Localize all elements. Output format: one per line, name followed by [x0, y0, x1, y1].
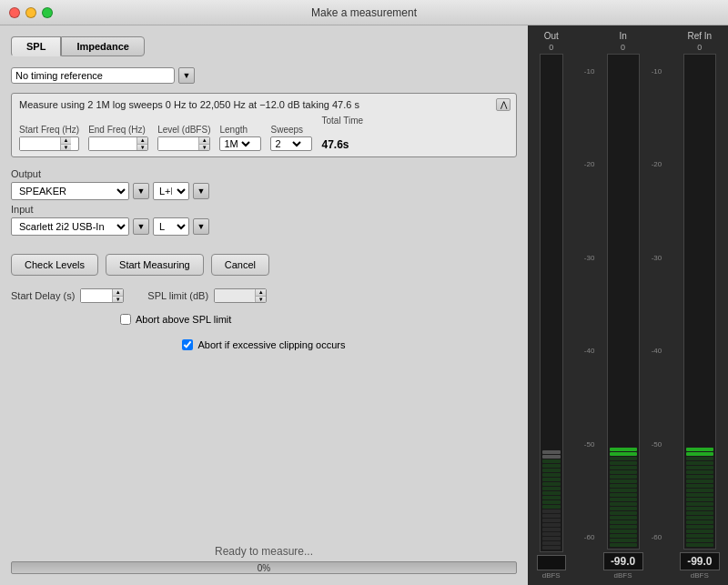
maximize-button[interactable]	[42, 7, 53, 18]
abort-spl-checkbox[interactable]	[120, 314, 131, 325]
ref-in-meter-unit: dBFS	[680, 571, 720, 580]
abort-spl-row: Abort above SPL limit	[120, 314, 517, 325]
in-meter-segments	[608, 55, 639, 549]
abort-clipping-checkbox[interactable]	[182, 339, 193, 350]
end-freq-field[interactable]: 22,050	[89, 137, 136, 150]
status-text: Ready to measure...	[11, 545, 517, 558]
close-button[interactable]	[9, 7, 20, 18]
window-controls	[9, 7, 53, 18]
abort-clipping-row: Abort if excessive clipping occurs	[11, 339, 517, 350]
scale-minus30: -30	[574, 254, 594, 262]
input-row: Scarlett 2i2 USB-In ▼ L ▼	[11, 217, 517, 236]
output-row: SPEAKER ▼ L+R ▼	[11, 182, 517, 200]
start-freq-field[interactable]: 0	[20, 137, 60, 150]
length-dropdown[interactable]: 1M 256K 512K 2M	[219, 136, 261, 151]
end-freq-down[interactable]: ▼	[137, 145, 147, 151]
out-meter: Out 0	[531, 31, 571, 580]
input-channel-select[interactable]: L	[153, 217, 189, 236]
start-freq-up[interactable]: ▲	[61, 137, 71, 145]
sweeps-label: Sweeps	[270, 125, 312, 135]
ref-in-meter-bar	[683, 54, 716, 550]
spl-limit-down[interactable]: ▼	[256, 297, 266, 303]
progress-label: 0%	[258, 563, 270, 573]
right-panel: Out 0	[528, 25, 728, 585]
spl-limit-up[interactable]: ▲	[256, 289, 266, 297]
ref-in-meter-segments	[684, 55, 715, 549]
rscale-minus50: -50	[652, 440, 672, 449]
sweeps-group: Sweeps 2 1 4	[270, 125, 312, 151]
total-time-group: Total Time 47.6s	[321, 116, 363, 151]
scale-minus60: -60	[574, 533, 594, 541]
input-device-arrow[interactable]: ▼	[133, 218, 149, 235]
length-group: Length 1M 256K 512K 2M	[219, 125, 261, 151]
in-meter-header: In	[619, 31, 626, 41]
total-time-value: 47.6s	[321, 127, 363, 151]
rscale-minus60: -60	[652, 533, 672, 541]
output-channel-select[interactable]: L+R	[153, 182, 189, 200]
timing-dropdown-arrow[interactable]: ▼	[178, 67, 195, 84]
out-meter-bar	[540, 54, 563, 552]
title-bar: Make a measurement	[0, 0, 728, 25]
delay-field[interactable]: 0	[81, 289, 112, 302]
minimize-button[interactable]	[25, 7, 36, 18]
spl-limit-field[interactable]: 100	[215, 289, 255, 302]
sweeps-select[interactable]: 2 1 4	[271, 137, 304, 150]
out-meter-segments	[541, 55, 562, 551]
rscale-minus20: -20	[652, 160, 672, 168]
ref-in-meter-zero: 0	[697, 43, 702, 52]
in-meter-unit: dBFS	[603, 571, 643, 580]
level-field[interactable]: -12.0	[158, 137, 198, 150]
left-panel: SPL Impedance No timing referenceInterna…	[0, 25, 528, 585]
rscale-minus40: -40	[652, 347, 672, 355]
input-device-select[interactable]: Scarlett 2i2 USB-In	[11, 217, 129, 236]
level-down[interactable]: ▼	[199, 145, 209, 151]
output-label: Output	[11, 168, 517, 179]
start-measuring-button[interactable]: Start Measuring	[106, 254, 204, 276]
level-up[interactable]: ▲	[199, 137, 209, 145]
start-freq-down[interactable]: ▼	[61, 145, 71, 151]
progress-bar: 0%	[11, 561, 517, 574]
collapse-button[interactable]: ⋀	[496, 98, 511, 111]
start-freq-input: 0 ▲ ▼	[19, 136, 79, 151]
scale-minus10: -10	[574, 67, 594, 76]
length-select[interactable]: 1M 256K 512K 2M	[220, 137, 253, 150]
delay-row: Start Delay (s) 0 ▲ ▼ SPL limit (dB) 100…	[11, 288, 517, 303]
tab-impedance[interactable]: Impedance	[61, 36, 144, 56]
tab-spl[interactable]: SPL	[11, 36, 61, 56]
scale-minus40: -40	[574, 347, 594, 355]
check-levels-button[interactable]: Check Levels	[11, 254, 98, 276]
status-area: Ready to measure... 0%	[11, 538, 517, 574]
delay-down[interactable]: ▼	[113, 297, 123, 303]
sweeps-dropdown[interactable]: 2 1 4	[270, 136, 312, 151]
level-input: -12.0 ▲ ▼	[157, 136, 210, 151]
out-meter-bottom: dBFS	[537, 555, 566, 580]
spl-limit-label: SPL limit (dB)	[147, 290, 208, 301]
abort-spl-label: Abort above SPL limit	[136, 314, 231, 325]
cancel-button[interactable]: Cancel	[211, 254, 269, 276]
timing-dropdown[interactable]: No timing referenceInternalExternal	[11, 67, 175, 84]
level-spinners: ▲ ▼	[198, 137, 209, 150]
delay-input: 0 ▲ ▼	[80, 288, 124, 303]
delay-label: Start Delay (s)	[11, 290, 75, 301]
spl-limit-spinners: ▲ ▼	[255, 289, 266, 302]
delay-spinners: ▲ ▼	[112, 289, 123, 302]
action-buttons: Check Levels Start Measuring Cancel	[11, 254, 517, 276]
left-scale: -10 -20 -30 -40 -50 -60	[574, 66, 594, 543]
in-meter-bottom: -99.0 dBFS	[603, 552, 643, 580]
length-label: Length	[219, 125, 261, 135]
rscale-minus10: -10	[652, 67, 672, 76]
window-title: Make a measurement	[311, 6, 417, 19]
end-freq-up[interactable]: ▲	[137, 137, 147, 145]
output-device-arrow[interactable]: ▼	[133, 183, 149, 199]
measure-description: Measure using 2 1M log sweeps 0 Hz to 22…	[19, 99, 509, 110]
level-label: Level (dBFS)	[157, 125, 210, 135]
output-device-select[interactable]: SPEAKER	[11, 182, 129, 200]
out-meter-value	[537, 555, 566, 570]
input-channel-arrow[interactable]: ▼	[193, 218, 209, 235]
out-meter-header: Out	[544, 31, 559, 41]
total-time-label: Total Time	[321, 116, 363, 126]
delay-up[interactable]: ▲	[113, 289, 123, 297]
in-meter: In 0	[598, 31, 647, 580]
output-channel-arrow[interactable]: ▼	[193, 183, 209, 199]
timing-row: No timing referenceInternalExternal ▼	[11, 67, 517, 84]
